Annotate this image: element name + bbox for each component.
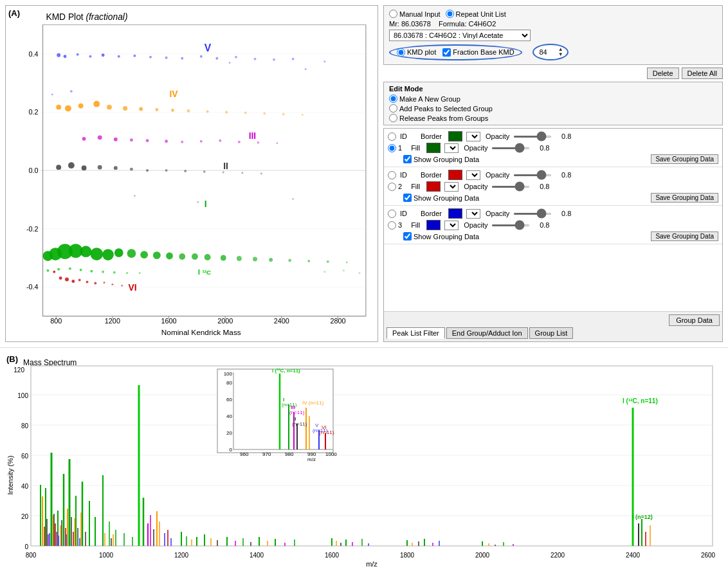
edit-mode-option-2[interactable]: Add Peaks to Selected Group <box>389 104 717 113</box>
edit-mode-box: Edit Mode Make A New Group Add Peaks to … <box>383 82 723 125</box>
svg-point-55 <box>187 109 190 113</box>
svg-point-82 <box>146 169 149 172</box>
group-1-save-btn[interactable]: Save Grouping Data <box>651 154 718 164</box>
group-1-fill-swatch[interactable] <box>426 143 441 153</box>
group-1-fill-radio[interactable]: 1 <box>388 144 402 152</box>
delete-button[interactable]: Delete <box>647 68 679 79</box>
kmd-plot-radio[interactable]: KMD plot <box>397 48 436 57</box>
group-3-border-select[interactable]: ▼ <box>466 209 480 219</box>
svg-point-129 <box>86 280 89 283</box>
svg-text:980: 980 <box>285 451 294 457</box>
tab-end-group[interactable]: End Group/Adduct Ion <box>446 327 528 339</box>
group-2-fill-radio[interactable]: 2 <box>388 183 402 191</box>
svg-point-40 <box>215 57 218 60</box>
group-2-radio[interactable] <box>388 171 396 179</box>
group-2-border-opacity-slider[interactable] <box>513 174 552 176</box>
svg-text:800: 800 <box>26 552 37 559</box>
group-3-id-lbl: ID <box>400 210 412 217</box>
svg-point-31 <box>77 53 79 56</box>
svg-text:0.4: 0.4 <box>29 50 39 58</box>
spin-input[interactable] <box>538 48 557 56</box>
group-3-fill-opacity-slider[interactable] <box>491 224 530 226</box>
svg-point-98 <box>127 249 136 258</box>
fraction-base-kmd-checkbox[interactable]: Fraction Base KMD <box>442 48 514 57</box>
svg-point-59 <box>263 112 266 114</box>
opacity-label-2-b: Opacity <box>486 171 509 179</box>
group-1-border-opacity-slider[interactable] <box>513 136 552 138</box>
group-1-border-select[interactable]: ▼ <box>466 132 480 141</box>
group-2-fill-line: 2 Fill ▼ Opacity 0.8 <box>388 181 718 192</box>
svg-point-58 <box>244 111 247 114</box>
groups-panel: ID Border ▼ Opacity 0.8 1 Fill <box>383 128 723 342</box>
svg-text:I (¹²C, n=11): I (¹²C, n=11) <box>272 368 300 374</box>
svg-point-85 <box>203 170 206 173</box>
group-2-fill-select[interactable]: ▼ <box>444 182 459 192</box>
group-3-fill-swatch[interactable] <box>426 220 441 230</box>
group-2-fill-opacity-slider[interactable] <box>491 186 530 188</box>
svg-point-139 <box>134 195 136 197</box>
group-2-show-checkbox[interactable] <box>403 194 412 202</box>
manual-input-radio[interactable]: Manual Input <box>389 10 441 18</box>
svg-point-99 <box>140 251 148 258</box>
group-2-border-select[interactable]: ▼ <box>466 170 480 180</box>
svg-point-66 <box>130 138 133 141</box>
svg-point-133 <box>121 285 123 287</box>
group-3-show-checkbox[interactable] <box>403 232 412 240</box>
group-3-border-opacity-val: 0.8 <box>556 210 571 217</box>
group-2-save-btn[interactable]: Save Grouping Data <box>651 193 718 203</box>
svg-point-127 <box>71 280 75 283</box>
group-1-fill-select[interactable]: ▼ <box>444 143 459 153</box>
tab-group-list[interactable]: Group List <box>529 327 574 339</box>
edit-mode-option-3[interactable]: Release Peaks from Groups <box>389 114 717 122</box>
groups-scroll[interactable]: ID Border ▼ Opacity 0.8 1 Fill <box>384 129 722 311</box>
group-3-radio[interactable] <box>388 210 396 218</box>
group-1-radio[interactable] <box>388 132 396 141</box>
svg-text:0.2: 0.2 <box>29 108 39 116</box>
group-3-fill-select[interactable]: ▼ <box>444 221 459 230</box>
vinyl-select[interactable]: 86.03678 : C4H6O2 : Vinyl Acetate <box>389 30 531 41</box>
edit-mode-option-1[interactable]: Make A New Group <box>389 95 717 103</box>
svg-point-88 <box>260 173 262 175</box>
group-3-border-opacity-slider[interactable] <box>513 213 552 215</box>
group-1-border-swatch[interactable] <box>448 131 462 141</box>
spin-down[interactable]: ▼ <box>558 52 563 57</box>
group-3-save-btn[interactable]: Save Grouping Data <box>651 231 718 241</box>
group-row-3: ID Border ▼ Opacity 0.8 3 Fill <box>384 206 722 244</box>
repeat-unit-radio[interactable]: Repeat Unit List <box>446 10 506 18</box>
svg-text:0: 0 <box>230 447 233 453</box>
opacity-label-2-f: Opacity <box>464 183 487 190</box>
svg-point-87 <box>241 172 243 174</box>
group-1-id: ID <box>400 132 412 140</box>
group-1-show-checkbox[interactable] <box>403 155 412 163</box>
border-label-2: Border <box>421 171 442 179</box>
svg-text:20: 20 <box>21 513 29 520</box>
svg-point-72 <box>238 141 241 143</box>
svg-text:0: 0 <box>24 543 28 550</box>
group-3-border-swatch[interactable] <box>448 208 462 219</box>
svg-text:0.0: 0.0 <box>29 167 39 174</box>
group-1-fill-opacity-slider[interactable] <box>491 147 530 149</box>
svg-text:I: I <box>205 199 207 209</box>
svg-point-105 <box>221 255 226 261</box>
vinyl-dropdown-row: 86.03678 : C4H6O2 : Vinyl Acetate <box>389 30 717 41</box>
mass-spectrum-section: (B) Mass Spectrum Intensity (%) 0 20 40 … <box>0 347 728 580</box>
group-3-fill-radio[interactable]: 3 <box>388 221 402 230</box>
svg-point-78 <box>82 165 87 170</box>
svg-text:2400: 2400 <box>626 552 641 559</box>
svg-point-140 <box>197 201 199 203</box>
group-2-fill-swatch[interactable] <box>426 181 441 192</box>
svg-text:m/z: m/z <box>307 457 316 462</box>
svg-text:-0.4: -0.4 <box>26 283 39 291</box>
group-2-id-lbl: ID <box>400 171 412 179</box>
group-2-border-swatch[interactable] <box>448 170 462 180</box>
tab-peak-list-filter[interactable]: Peak List Filter <box>387 327 445 339</box>
svg-text:120: 120 <box>14 367 24 374</box>
delete-all-button[interactable]: Delete All <box>682 68 723 79</box>
group-data-button[interactable]: Group Data <box>669 314 720 326</box>
svg-point-43 <box>273 59 275 61</box>
group-2-border-opacity-val: 0.8 <box>556 171 571 179</box>
svg-text:(n=11): (n=11) <box>319 430 334 435</box>
svg-point-111 <box>327 260 329 263</box>
svg-text:m/z: m/z <box>366 560 378 568</box>
svg-point-56 <box>206 111 209 113</box>
